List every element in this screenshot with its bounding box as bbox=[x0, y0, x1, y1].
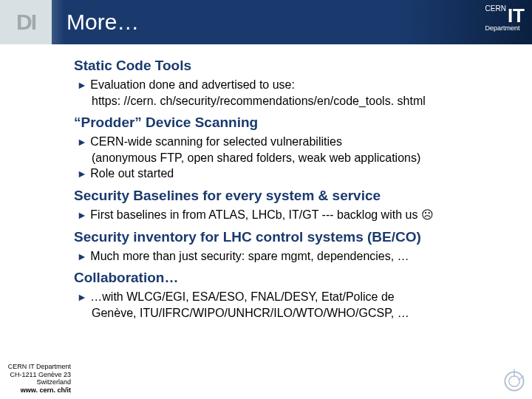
bullet-text: Genève, ITU/IFRC/WIPO/UNHCR/ILO/WTO/WHO/… bbox=[92, 305, 523, 321]
cern-it-logo: CERNIT Department bbox=[485, 4, 525, 32]
section-title: Collaboration… bbox=[74, 270, 523, 286]
arrow-icon: ► bbox=[77, 136, 87, 148]
bullet-item: ► …with WLCG/EGI, ESA/ESO, FNAL/DESY, Et… bbox=[77, 289, 523, 321]
bullet-text: (anonymous FTP, open shared folders, wea… bbox=[92, 150, 523, 166]
bullet-item: ► Role out started bbox=[77, 166, 523, 182]
bullet-item: ► Evaluation done and advertised to use:… bbox=[77, 77, 523, 109]
bullet-text: Evaluation done and advertised to use: bbox=[90, 78, 295, 91]
footer-line: www. cern. ch/it bbox=[1, 386, 71, 395]
header-badge: DI bbox=[0, 0, 52, 44]
footer-line: CH-1211 Genève 23 bbox=[1, 371, 71, 379]
bullet-text: First baselines in from ATLAS, LHCb, IT/… bbox=[90, 208, 434, 221]
logo-subtext: Department bbox=[485, 24, 525, 32]
bullet-text: CERN-wide scanning for selected vulnerab… bbox=[90, 135, 342, 148]
bullet-text: https: //cern. ch/security/recommendatio… bbox=[92, 93, 523, 109]
section-title: Static Code Tools bbox=[74, 58, 523, 74]
bullet-item: ► Much more than just security: spare mg… bbox=[77, 248, 523, 265]
bullet-text: …with WLCG/EGI, ESA/ESO, FNAL/DESY, Etat… bbox=[90, 290, 394, 303]
arrow-icon: ► bbox=[77, 79, 87, 91]
bullet-item: ► First baselines in from ATLAS, LHCb, I… bbox=[77, 207, 523, 223]
section-title: “Prodder” Device Scanning bbox=[74, 115, 523, 131]
cern-logo-icon bbox=[501, 368, 528, 395]
slide-title: More… bbox=[66, 10, 139, 35]
footer-line: CERN IT Department bbox=[1, 363, 71, 371]
slide-header: DI More… CERNIT Department bbox=[0, 0, 532, 44]
bullet-item: ► CERN-wide scanning for selected vulner… bbox=[77, 134, 523, 166]
bullet-text: Role out started bbox=[90, 167, 174, 180]
logo-prefix: CERN bbox=[485, 4, 506, 13]
footer-line: Switzerland bbox=[1, 378, 71, 386]
arrow-icon: ► bbox=[77, 209, 87, 221]
footer-address: CERN IT Department CH-1211 Genève 23 Swi… bbox=[1, 363, 71, 395]
svg-point-1 bbox=[509, 376, 519, 386]
section-title: Security inventory for LHC control syste… bbox=[74, 229, 523, 245]
arrow-icon: ► bbox=[77, 250, 87, 262]
arrow-icon: ► bbox=[77, 291, 87, 303]
arrow-icon: ► bbox=[77, 168, 87, 180]
slide-content: Static Code Tools ► Evaluation done and … bbox=[0, 44, 532, 399]
bullet-text: Much more than just security: spare mgmt… bbox=[90, 250, 409, 262]
section-title: Security Baselines for every system & se… bbox=[74, 188, 523, 204]
